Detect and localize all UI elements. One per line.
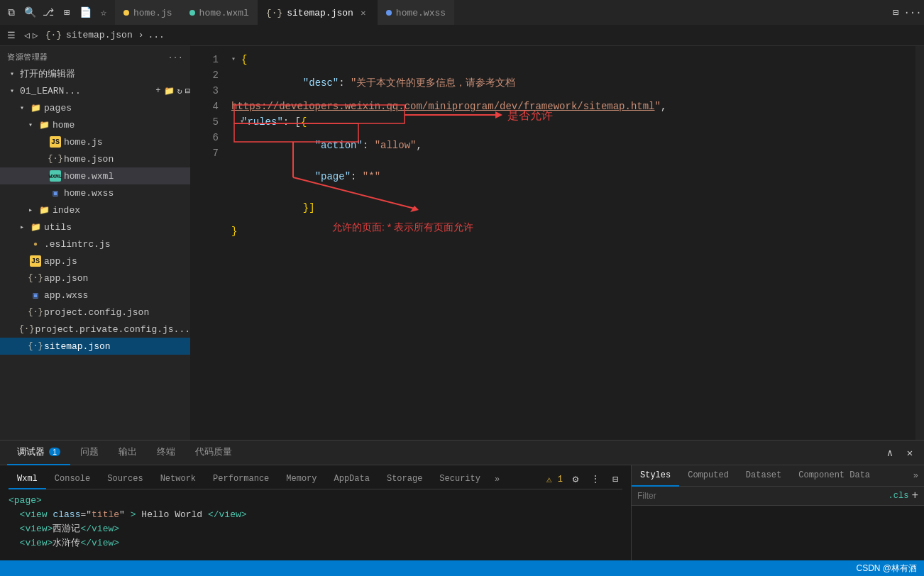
sidebar-item-project-private[interactable]: {·} project.private.config.js... (0, 321, 190, 338)
code-line-7: } (231, 223, 915, 239)
tab-dataset[interactable]: Dataset (737, 465, 790, 487)
panel-collapse-icon[interactable]: ∧ (883, 445, 897, 460)
git-icon[interactable]: ⎇ (43, 7, 54, 18)
tab-debugger[interactable]: 调试器 1 (7, 441, 70, 465)
split-editor-icon[interactable]: ⊟ (890, 7, 901, 18)
sidebar-actions[interactable]: ··· (168, 53, 183, 62)
copy-icon[interactable]: ⧉ (6, 7, 17, 18)
styles-more-icon[interactable]: » (908, 471, 924, 481)
wxml-icon-home-wxml: WXML (50, 170, 61, 182)
collapse-3[interactable]: ▾ (231, 114, 241, 130)
devtools-expand-icon[interactable]: ⊟ (608, 472, 622, 487)
breadcrumb: ☰ ◁ ▷ {·} sitemap.json › ... (0, 25, 924, 46)
tab-sources[interactable]: Sources (99, 470, 151, 489)
tab-code-quality[interactable]: 代码质量 (185, 441, 242, 465)
refresh-icon[interactable]: ↻ (177, 86, 182, 96)
sidebar-item-sitemap-json[interactable]: {·} sitemap.json (0, 338, 190, 355)
sidebar-item-utils[interactable]: ▸ 📁 utils (0, 218, 190, 236)
sidebar-item-app-js[interactable]: JS app.js (0, 253, 190, 270)
tab-network[interactable]: Network (152, 470, 204, 489)
tab-wxml[interactable]: Wxml (9, 470, 46, 489)
chevron-right-icon-index: ▸ (26, 205, 35, 215)
sidebar-project-root[interactable]: ▾ 01_LEARN... + 📁 ↻ ⊟ (0, 82, 190, 99)
chevron-down-icon-pages: ▾ (17, 103, 27, 113)
bottom-panel-actions: ∧ ✕ (883, 445, 917, 460)
tab-performance[interactable]: Performance (204, 470, 277, 489)
tab-console[interactable]: Console (46, 470, 99, 489)
sidebar-section-open-editors[interactable]: ▾ 打开的编辑器 (0, 65, 190, 82)
sidebar-item-home[interactable]: ▾ 📁 home (0, 116, 190, 133)
devtools-more-icon[interactable]: ⋮ (588, 472, 603, 487)
tab-label-sitemap-json: sitemap.json (287, 8, 353, 18)
sidebar-item-app-wxss[interactable]: ▣ app.wxss (0, 287, 190, 304)
wxml-code: <page> <view class="title" > Hello World… (9, 494, 622, 550)
sidebar-item-index[interactable]: ▸ 📁 index (0, 201, 190, 218)
spacer-1 (37, 137, 47, 147)
search-icon[interactable]: 🔍 (24, 7, 35, 18)
sidebar-item-eslintrc[interactable]: ● .eslintrc.js (0, 236, 190, 253)
app-wxss-label: app.wxss (44, 290, 88, 301)
tab-home-wxml[interactable]: home.wxml (181, 0, 258, 25)
bottom-panel-tabs: 调试器 1 问题 输出 终端 代码质量 ∧ ✕ (0, 441, 924, 465)
collapse-icon[interactable]: ⊟ (185, 86, 190, 96)
sidebar: 资源管理器 ··· ▾ 打开的编辑器 ▾ 01_LEARN... + 📁 ↻ ⊟… (0, 46, 190, 440)
tab-storage[interactable]: Storage (378, 470, 431, 489)
debugger-badge: 1 (49, 448, 60, 456)
tab-problems[interactable]: 问题 (70, 441, 109, 465)
tab-home-wxss[interactable]: home.wxss (378, 0, 454, 25)
editor-tabs: home.js home.wxml {·} sitemap.json ✕ hom… (115, 0, 884, 25)
styles-tabs: Styles Computed Dataset Component Data » (632, 465, 924, 487)
status-bar: CSDN @林有酒 (0, 560, 924, 576)
tab-memory[interactable]: Memory (277, 470, 325, 489)
wxml-line-1: <page> (9, 494, 622, 508)
sidebar-item-home-wxss[interactable]: ▣ home.wxss (0, 184, 190, 201)
tab-component-data[interactable]: Component Data (790, 465, 879, 487)
sidebar-item-home-wxml[interactable]: WXML home.wxml (0, 167, 190, 184)
window-controls[interactable]: ⧉ 🔍 ⎇ ⊞ 📄 ☆ (6, 7, 109, 18)
more-options-icon[interactable]: ··· (168, 53, 183, 62)
breadcrumb-nav-fwd[interactable]: ▷ (33, 30, 38, 41)
tab-icon-wxml (189, 10, 195, 16)
collapse-1[interactable]: ▾ (231, 52, 241, 67)
tab-security[interactable]: Security (431, 470, 489, 489)
tab-output[interactable]: 输出 (109, 441, 147, 465)
tab-styles[interactable]: Styles (632, 465, 679, 487)
sidebar-item-home-js[interactable]: JS home.js (0, 133, 190, 150)
app-json-label: app.json (44, 273, 88, 284)
star-icon[interactable]: ☆ (98, 7, 109, 18)
tab-terminal[interactable]: 终端 (147, 441, 185, 465)
tab-appdata[interactable]: AppData (326, 470, 378, 489)
tab-icon-js (123, 10, 129, 16)
code-line-1: ▾ { (231, 52, 915, 67)
sidebar-item-project-config[interactable]: {·} project.config.json (0, 304, 190, 321)
sidebar-item-home-json[interactable]: {·} home.json (0, 150, 190, 167)
folder-icon-pages: 📁 (30, 102, 41, 113)
tab-close-sitemap-json[interactable]: ✕ (358, 7, 369, 18)
code-quality-label: 代码质量 (195, 445, 232, 458)
filter-input[interactable] (637, 491, 889, 501)
tab-home-js[interactable]: home.js (115, 0, 181, 25)
files-icon[interactable]: 📄 (79, 7, 91, 18)
cls-label: .cls (889, 491, 909, 501)
status-author: CSDN @林有酒 (856, 563, 917, 575)
new-folder-icon[interactable]: 📁 (164, 86, 175, 96)
sidebar-item-pages[interactable]: ▾ 📁 pages (0, 99, 190, 116)
vertical-scrollbar[interactable] (915, 46, 924, 440)
devtools-left: Wxml Console Sources Network Performance… (0, 465, 632, 560)
tab-computed[interactable]: Computed (679, 465, 737, 487)
breadcrumb-hamburger[interactable]: ☰ (7, 30, 16, 41)
add-style-icon[interactable]: + (911, 489, 918, 502)
grid-icon[interactable]: ⊞ (61, 7, 72, 18)
breadcrumb-nav-back[interactable]: ◁ (24, 30, 30, 41)
tab-sitemap-json[interactable]: {·} sitemap.json ✕ (258, 0, 378, 25)
devtools-actions: ⚠ 1 ⚙ ⋮ ⊟ (546, 472, 622, 487)
settings-icon[interactable]: ⚙ (568, 472, 583, 487)
home-wxml-label: home.wxml (64, 171, 114, 182)
more-icon[interactable]: ··· (907, 7, 918, 18)
tab-more-icon[interactable]: » (489, 470, 505, 489)
sidebar-item-app-json[interactable]: {·} app.json (0, 270, 190, 287)
devtools-right: Styles Computed Dataset Component Data »… (632, 465, 924, 560)
panel-close-icon[interactable]: ✕ (903, 445, 917, 460)
new-file-icon[interactable]: + (155, 86, 160, 96)
tab-icon-wxss (386, 10, 392, 16)
